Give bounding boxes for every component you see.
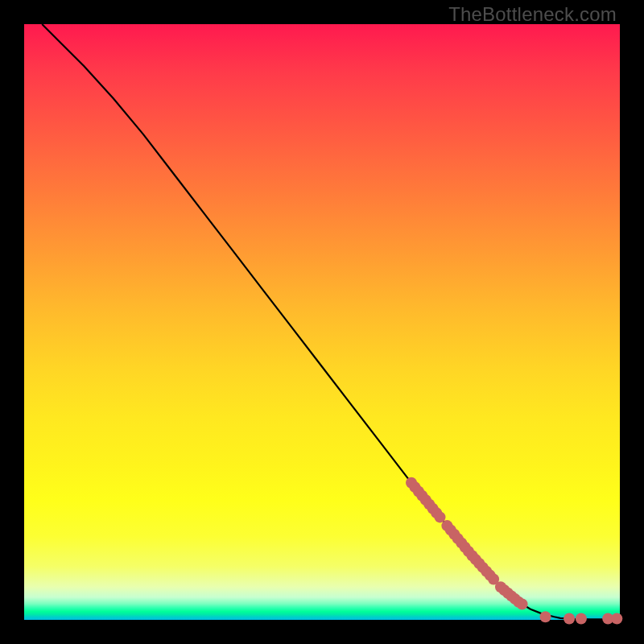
curve-marker — [564, 613, 575, 625]
marker-layer — [406, 477, 622, 625]
curve-marker — [435, 511, 446, 522]
curve-marker — [540, 611, 551, 622]
curve-marker — [576, 613, 587, 625]
watermark-text: TheBottleneck.com — [448, 3, 617, 26]
chart-frame: TheBottleneck.com — [0, 0, 644, 644]
curve-marker — [611, 613, 622, 625]
curve-marker — [517, 599, 528, 610]
chart-overlay — [24, 24, 620, 620]
curve-line — [42, 24, 620, 619]
